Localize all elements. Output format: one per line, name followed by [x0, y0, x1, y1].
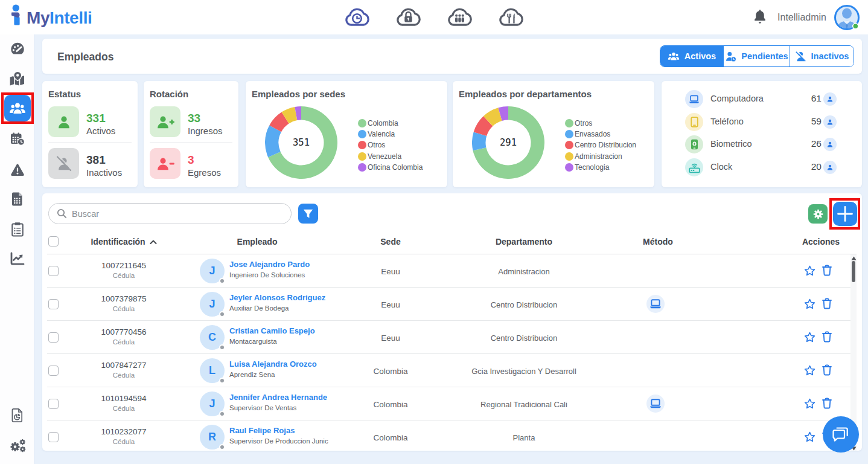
employee-name-link[interactable]: Cristian Camilo Espejo — [229, 326, 330, 335]
egresos-count: 3 — [188, 153, 194, 167]
myintelli-logo-icon — [11, 3, 25, 30]
legend-label: Valencia — [368, 130, 395, 138]
topbar: MyIntelli — [0, 0, 868, 34]
delete-button[interactable] — [822, 398, 832, 411]
column-header-identificacion[interactable]: Identificación — [78, 237, 169, 246]
device-count: 59 — [811, 116, 822, 127]
delete-button[interactable] — [822, 364, 832, 378]
legend-label: Centro Distribucion — [575, 141, 636, 149]
column-header-metodo[interactable]: Método — [613, 237, 703, 246]
cell-sede: Eeuu — [345, 267, 436, 276]
row-checkbox[interactable] — [48, 432, 59, 442]
employee-role: Auxiliar De Bodega — [229, 304, 330, 312]
time-cloud-icon[interactable] — [344, 7, 369, 28]
favorite-star-button[interactable] — [804, 398, 815, 411]
ingresos-count: 33 — [188, 112, 200, 125]
departamentos-chart-title: Empleados por departamentos — [459, 89, 592, 99]
favorite-star-button[interactable] — [804, 298, 815, 312]
employee-name-link[interactable]: Luisa Alejandra Orozco — [229, 359, 330, 369]
chat-button[interactable] — [823, 416, 859, 453]
status-dot — [219, 411, 225, 417]
legend-label: Otros — [575, 119, 592, 127]
employee-name-link[interactable]: Jeyler Alonsos Rodriguez — [229, 293, 330, 302]
filter-button[interactable] — [298, 204, 318, 224]
row-checkbox[interactable] — [48, 366, 59, 376]
inactive-count: 381 — [86, 153, 106, 167]
cell-departamento: Centro Distribucion — [458, 300, 590, 309]
legend-item: Tecnologia — [565, 162, 636, 173]
column-header-empleado[interactable]: Empleado — [212, 237, 302, 246]
sidebar-item-statistics[interactable] — [0, 408, 34, 423]
sidebar-item-analytics[interactable] — [0, 252, 34, 266]
inactive-label: Inactivos — [86, 167, 122, 178]
cell-empleado: Raul Felipe Rojas Supervisor De Producci… — [229, 426, 330, 445]
cell-departamento: Gcia Investigacion Y Desarroll — [458, 367, 590, 376]
employee-name-link[interactable]: Jennifer Andrea Hernande — [229, 393, 330, 402]
favorite-star-button[interactable] — [804, 265, 815, 279]
row-checkbox[interactable] — [48, 332, 59, 343]
sidebar-item-requests[interactable] — [0, 222, 34, 237]
search-input[interactable] — [72, 209, 291, 219]
add-employee-button[interactable] — [833, 202, 857, 226]
status-dot — [219, 311, 225, 317]
legend-item: Otros — [565, 118, 636, 129]
avatar-initial: L — [209, 364, 215, 377]
cell-empleado: Cristian Camilo Espejo Montacarguista — [229, 326, 330, 345]
cell-identificacion: 1010232077 Cédula — [78, 427, 169, 445]
security-cloud-icon[interactable] — [395, 7, 421, 28]
legend-dot — [565, 141, 573, 149]
sedes-legend: ColombiaValenciaOtrosVenezuelaOficina Co… — [358, 118, 423, 173]
user-avatar[interactable] — [834, 5, 860, 30]
rotacion-card: Rotación 33 Ingresos 3 Egresos — [144, 81, 238, 187]
sedes-chart-title: Empleados por sedes — [252, 89, 345, 99]
legend-item: Valencia — [358, 129, 423, 140]
tab-pendientes[interactable]: Pendientes — [723, 46, 790, 66]
table-row: 1010232077 Cédula R Raul Felipe Rojas Su… — [42, 420, 862, 451]
favorite-star-button[interactable] — [804, 365, 815, 378]
sidebar-item-map[interactable] — [0, 71, 34, 86]
favorite-star-button[interactable] — [804, 332, 815, 345]
avatar-initial: J — [209, 265, 215, 277]
row-checkbox[interactable] — [48, 399, 59, 409]
legend-label: Otros — [368, 141, 385, 149]
sedes-total: 351 — [265, 106, 337, 179]
select-all-checkbox[interactable] — [48, 236, 59, 246]
tab-activos[interactable]: Activos — [660, 46, 723, 66]
sidebar-item-reports[interactable] — [0, 192, 34, 207]
delete-button[interactable] — [822, 298, 832, 312]
myintelli-logo[interactable]: MyIntelli — [11, 3, 92, 30]
row-checkbox[interactable] — [48, 266, 59, 276]
sidebar-item-employees[interactable] — [4, 95, 31, 121]
row-checkbox[interactable] — [48, 299, 59, 309]
meal-cloud-icon[interactable] — [498, 7, 523, 28]
legend-label: Oficina Colombia — [368, 163, 423, 172]
status-dot — [219, 444, 225, 450]
dashboard-gauge-icon — [10, 42, 25, 56]
delete-button[interactable] — [822, 331, 832, 345]
notifications-bell-icon[interactable] — [753, 8, 767, 27]
device-user-badge-icon — [823, 161, 837, 174]
favorite-star-button[interactable] — [804, 431, 815, 445]
legend-item: Centro Distribucion — [565, 140, 636, 150]
people-cloud-icon[interactable] — [447, 7, 472, 28]
employee-name-link[interactable]: Jose Alejandro Pardo — [229, 260, 330, 269]
scrollbar-up-arrow[interactable] — [850, 255, 857, 261]
employee-name-link[interactable]: Raul Felipe Rojas — [229, 426, 330, 435]
add-button-annotation — [829, 198, 860, 230]
sidebar-item-settings[interactable] — [0, 438, 34, 454]
delete-button[interactable] — [822, 265, 832, 279]
column-header-departamento[interactable]: Departamento — [479, 237, 569, 246]
table-scrollbar-thumb[interactable] — [852, 261, 855, 282]
sidebar-item-schedule[interactable] — [0, 132, 34, 146]
sidebar-item-alerts[interactable] — [0, 163, 34, 177]
legend-dot — [565, 152, 573, 161]
sidebar-item-dashboard[interactable] — [0, 42, 34, 56]
legend-label: Envasados — [575, 130, 610, 138]
tab-activos-label: Activos — [685, 51, 716, 61]
device-row: Computadora 61 — [662, 90, 862, 108]
table-settings-button[interactable] — [808, 204, 828, 224]
device-label: Computadora — [710, 94, 764, 103]
column-header-sede[interactable]: Sede — [345, 237, 436, 246]
users-icon — [9, 102, 26, 115]
tab-inactivos[interactable]: Inactivos — [790, 46, 854, 66]
